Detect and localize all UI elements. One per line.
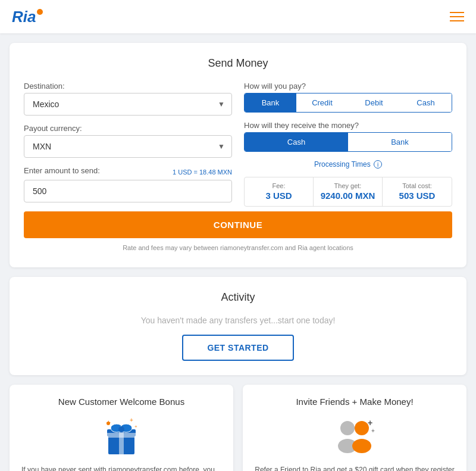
payout-currency-label: Payout currency: <box>24 124 232 133</box>
they-get-label: They get: <box>320 182 376 189</box>
receive-method-group: How will they receive the money? Cash Ba… <box>244 121 452 152</box>
svg-text:+: + <box>107 419 111 427</box>
get-started-button[interactable]: GET STARTED <box>182 335 293 361</box>
friends-icon-area: + + <box>255 416 455 455</box>
amount-input[interactable] <box>24 180 232 202</box>
hamburger-menu-button[interactable] <box>450 12 464 21</box>
svg-text:+: + <box>134 424 137 429</box>
svg-point-10 <box>118 426 124 432</box>
payout-currency-select[interactable]: MXN <box>24 135 232 158</box>
amount-label: Enter amount to send: <box>24 166 100 175</box>
invite-friends-title: Invite Friends + Make Money! <box>255 397 455 407</box>
payout-currency-field-group: Payout currency: MXN ▼ <box>24 124 232 158</box>
receive-tabs: Cash Bank <box>244 132 452 152</box>
activity-card: Activity You haven't made any transfers … <box>10 277 466 375</box>
header: Ria <box>0 0 476 33</box>
processing-times-label: Processing Times <box>314 160 371 169</box>
svg-point-14 <box>352 439 371 453</box>
receive-tab-cash[interactable]: Cash <box>245 133 348 151</box>
pay-tab-bank[interactable]: Bank <box>245 93 296 112</box>
welcome-bonus-body: If you have never sent with riamoneytran… <box>21 464 221 472</box>
logo-text: Ria <box>12 8 36 26</box>
gift-icon: + + + <box>104 416 139 455</box>
total-cost-label: Total cost: <box>389 182 446 189</box>
fee-cell: Fee: 3 USD <box>245 177 314 206</box>
pay-tab-cash[interactable]: Cash <box>400 93 452 112</box>
form-left: Destination: Mexico ▼ Payout currency: M… <box>24 82 232 207</box>
fee-label: Fee: <box>250 182 307 189</box>
svg-text:+: + <box>371 428 375 434</box>
total-cost-cell: Total cost: 503 USD <box>383 177 452 206</box>
hamburger-line <box>450 20 464 21</box>
continue-btn-wrapper: CONTINUE Rate and fees may vary between … <box>24 211 452 253</box>
invite-friends-body: Refer a Friend to Ria and get a $20 gift… <box>255 464 455 472</box>
pay-tab-credit[interactable]: Credit <box>296 93 348 112</box>
fee-value: 3 USD <box>265 191 292 201</box>
destination-label: Destination: <box>24 82 232 91</box>
they-get-cell: They get: 9240.00 MXN <box>314 177 383 206</box>
logo: Ria <box>12 8 43 26</box>
destination-select-wrapper: Mexico ▼ <box>24 93 232 116</box>
hamburger-line <box>450 16 464 17</box>
destination-select[interactable]: Mexico <box>24 93 232 116</box>
pay-method-group: How will you pay? Bank Credit Debit Cash <box>244 82 452 113</box>
form-right: How will you pay? Bank Credit Debit Cash… <box>244 82 452 207</box>
they-get-value: 9240.00 MXN <box>321 191 375 201</box>
payout-currency-select-wrapper: MXN ▼ <box>24 135 232 158</box>
pay-tabs: Bank Credit Debit Cash <box>244 93 452 113</box>
svg-point-11 <box>340 421 355 435</box>
processing-times-link[interactable]: Processing Times i <box>244 160 452 169</box>
receive-tab-bank[interactable]: Bank <box>348 133 452 151</box>
gift-icon-area: + + + <box>21 416 221 455</box>
activity-title: Activity <box>24 291 452 304</box>
destination-field-group: Destination: Mexico ▼ <box>24 82 232 116</box>
svg-text:+: + <box>368 418 372 428</box>
send-money-card: Send Money Destination: Mexico ▼ Payout … <box>10 43 466 267</box>
welcome-bonus-card: New Customer Welcome Bonus + + + <box>10 385 233 472</box>
send-money-title: Send Money <box>24 57 452 70</box>
main-content: Send Money Destination: Mexico ▼ Payout … <box>0 33 476 471</box>
how-pay-label: How will you pay? <box>244 82 452 91</box>
send-form-grid: Destination: Mexico ▼ Payout currency: M… <box>24 82 452 207</box>
svg-rect-7 <box>107 433 136 438</box>
fee-grid: Fee: 3 USD They get: 9240.00 MXN Total c… <box>244 177 452 207</box>
activity-empty-message: You haven't made any transfers yet...sta… <box>24 316 452 325</box>
info-icon: i <box>374 160 382 169</box>
welcome-bonus-title: New Customer Welcome Bonus <box>21 397 221 407</box>
pay-tab-debit[interactable]: Debit <box>348 93 400 112</box>
friends-icon: + + <box>331 416 378 455</box>
how-receive-label: How will they receive the money? <box>244 121 452 130</box>
continue-button[interactable]: CONTINUE <box>24 211 452 238</box>
invite-friends-card: Invite Friends + Make Money! + + Refer a… <box>243 385 466 472</box>
hamburger-line <box>450 12 464 13</box>
svg-point-13 <box>355 421 369 435</box>
total-cost-value: 503 USD <box>399 191 436 201</box>
logo-dot <box>37 9 43 15</box>
disclaimer-text: Rate and fees may vary between riamoneyt… <box>24 243 452 253</box>
svg-text:+: + <box>130 417 133 423</box>
amount-label-row: Enter amount to send: 1 USD = 18.48 MXN <box>24 166 232 177</box>
amount-field-group: Enter amount to send: 1 USD = 18.48 MXN <box>24 166 232 202</box>
exchange-rate: 1 USD = 18.48 MXN <box>173 169 232 176</box>
bottom-cards: New Customer Welcome Bonus + + + <box>10 385 466 472</box>
